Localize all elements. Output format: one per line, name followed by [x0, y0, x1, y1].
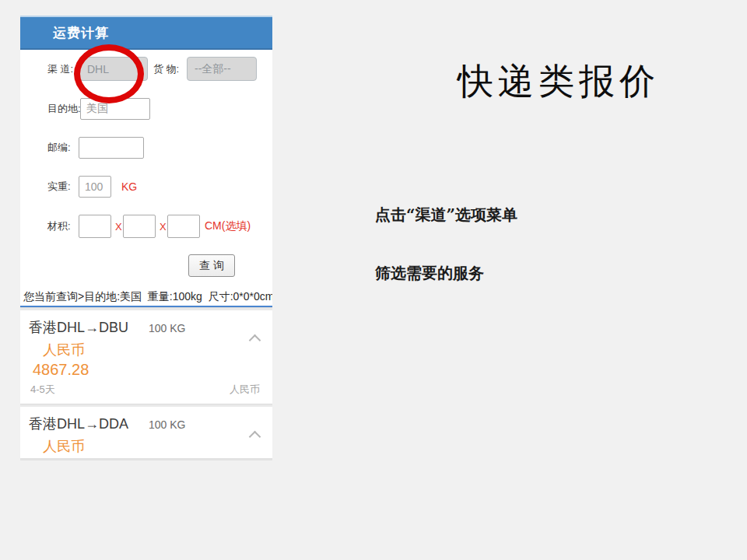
result-card-header: 香港DHL→DBU 100 KG: [29, 318, 272, 337]
result-weight: 100 KG: [149, 322, 185, 334]
route-label: 香港DHL→DBU: [29, 318, 128, 337]
price-value: 4867.28: [33, 361, 272, 379]
zip-label: 邮编:: [47, 141, 71, 155]
app-title: 运费计算: [53, 24, 109, 42]
duration-label: 4-5天: [30, 383, 55, 397]
freight-app-screenshot: 运费计算 渠 道: DHL 货 物: --全部-- 目的地: 邮编: 实重: K…: [20, 16, 272, 460]
volume-height-input[interactable]: [167, 215, 200, 238]
result-weight: 100 KG: [149, 418, 185, 431]
destination-label: 目的地:: [47, 102, 81, 116]
volume-length-input[interactable]: [79, 215, 111, 238]
slide-annotation-2: 筛选需要的服务: [375, 263, 484, 284]
multiply-symbol: X: [115, 221, 122, 233]
result-card[interactable]: 香港DHL→DDA 100 KG 人民币 4943.93: [20, 407, 272, 460]
zip-input[interactable]: [79, 137, 144, 159]
multiply-symbol: X: [160, 221, 167, 233]
currency-note: 人民币: [230, 383, 260, 397]
volume-row: 材积: X X CM(选填): [47, 215, 257, 238]
zip-row: 邮编:: [47, 137, 257, 159]
destination-row: 目的地:: [47, 98, 257, 120]
price-value: 4943.93: [33, 457, 272, 460]
currency-label: 人民币: [43, 341, 272, 359]
goods-label: 货 物:: [153, 62, 179, 76]
result-card-header: 香港DHL→DDA 100 KG: [29, 415, 272, 433]
result-card-footer: 4-5天 人民币: [29, 383, 272, 404]
channel-label: 渠 道:: [47, 62, 73, 76]
weight-input[interactable]: [79, 176, 111, 198]
weight-unit-label: KG: [121, 180, 137, 193]
destination-input[interactable]: [80, 98, 150, 120]
query-row: 查 询: [47, 254, 257, 277]
weight-row: 实重: KG: [47, 176, 257, 198]
slide-title: 快递类报价: [458, 58, 660, 106]
weight-label: 实重:: [47, 180, 71, 194]
route-label: 香港DHL→DDA: [29, 415, 128, 433]
result-card[interactable]: 香港DHL→DBU 100 KG 人民币 4867.28 4-5天 人民币: [20, 310, 272, 404]
currency-label: 人民币: [43, 437, 272, 456]
goods-select[interactable]: --全部--: [187, 57, 257, 81]
volume-label: 材积:: [47, 219, 71, 233]
volume-width-input[interactable]: [123, 215, 156, 238]
slide-annotation-1: 点击“渠道”选项菜单: [375, 205, 517, 226]
volume-unit-label: CM(选填): [205, 219, 251, 233]
channel-row: 渠 道: DHL 货 物: --全部--: [47, 57, 257, 81]
channel-select[interactable]: DHL: [79, 57, 148, 81]
freight-form: 渠 道: DHL 货 物: --全部-- 目的地: 邮编: 实重: KG 材积:…: [20, 50, 272, 277]
query-status-bar: 您当前查询>目的地:美国 重量:100kg 尺寸:0*0*0cm: [20, 286, 272, 307]
app-header: 运费计算: [20, 16, 272, 50]
query-button[interactable]: 查 询: [188, 254, 235, 277]
